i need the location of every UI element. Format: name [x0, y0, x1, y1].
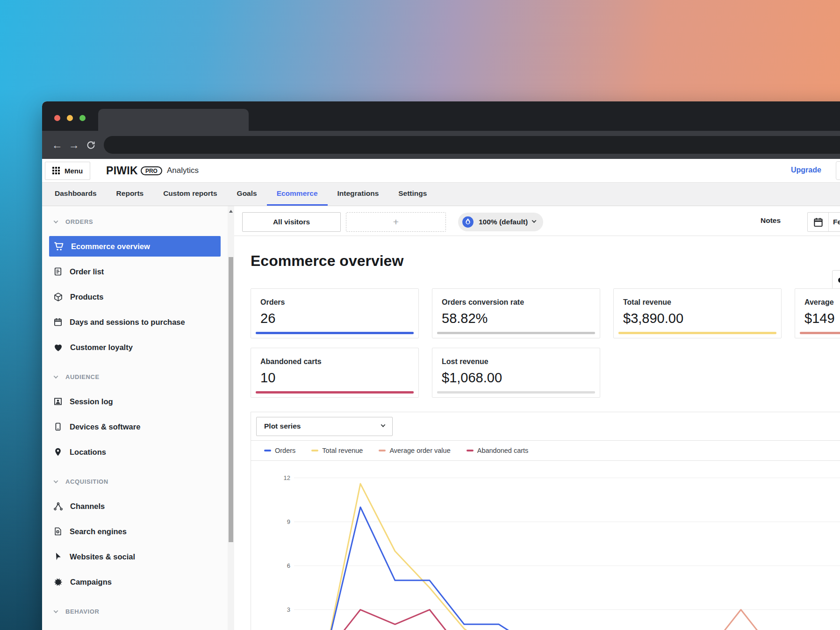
segment-all-visitors-button[interactable]: All visitors	[242, 212, 341, 232]
tab-bar: DashboardsReportsCustom reportsGoalsEcom…	[42, 183, 840, 206]
metric-label: Orders	[260, 298, 418, 307]
sidebar-item-devices-software[interactable]: Devices & software	[49, 416, 221, 437]
series-line-total-revenue	[326, 484, 840, 630]
device-icon	[53, 422, 63, 431]
tab-settings[interactable]: Settings	[388, 183, 437, 206]
browser-window: ← → Menu PIWIK PRO Analytics Upgrade Das…	[42, 101, 840, 630]
cursor-icon	[53, 552, 63, 561]
metric-accent-bar	[437, 332, 595, 334]
sidebar-item-label: Websites & social	[70, 552, 135, 561]
campaign-burst-icon	[53, 577, 63, 587]
reload-button[interactable]	[82, 136, 99, 153]
browser-tab[interactable]	[98, 109, 249, 131]
trend-chart-svg: 12963	[251, 461, 840, 630]
url-bar[interactable]	[104, 136, 840, 154]
sidebar-item-session-log[interactable]: Session log	[49, 391, 221, 412]
calendar-icon	[53, 317, 63, 327]
browser-navbar: ← →	[42, 131, 840, 159]
metric-label: Lost revenue	[442, 358, 600, 366]
sidebar-item-days-and-sessions-to-purchase[interactable]: Days and sessions to purchase	[49, 312, 221, 332]
metric-card-total-revenue: Total revenue$3,890.00	[613, 288, 782, 338]
sidebar-item-locations[interactable]: Locations	[49, 442, 221, 462]
add-segment-button[interactable]: +	[346, 212, 446, 232]
sidebar-item-search-engines[interactable]: Search engines	[49, 521, 221, 542]
menu-button-label: Menu	[65, 167, 83, 175]
tab-custom-reports[interactable]: Custom reports	[153, 183, 227, 206]
legend-swatch	[311, 450, 318, 451]
legend-label: Orders	[275, 447, 295, 454]
tab-ecommerce[interactable]: Ecommerce	[267, 183, 328, 206]
metric-label: Average	[804, 298, 840, 307]
chevron-down-icon	[54, 479, 58, 483]
minimize-button[interactable]	[67, 115, 73, 121]
metric-accent-bar	[437, 391, 595, 394]
sidebar-section-title: ORDERS	[65, 218, 93, 225]
scrollbar-thumb[interactable]	[229, 257, 233, 542]
sidebar-section-title: BEHAVIOR	[65, 608, 99, 615]
location-pin-icon	[53, 447, 63, 457]
metric-accent-bar	[256, 391, 414, 394]
menu-button[interactable]: Menu	[45, 162, 90, 180]
browser-titlebar	[42, 101, 840, 131]
forward-button[interactable]: →	[65, 136, 82, 153]
tab-integrations[interactable]: Integrations	[328, 183, 389, 206]
sidebar-item-products[interactable]: Products	[49, 286, 221, 307]
metric-cards-row-2: Abandoned carts10Lost revenue$1,068.00	[251, 348, 840, 398]
sidebar-item-customer-loyalty[interactable]: Customer loyalty	[49, 337, 221, 358]
sidebar-item-ecommerce-overview[interactable]: Ecommerce overview	[49, 236, 221, 257]
tab-dashboards[interactable]: Dashboards	[45, 183, 107, 206]
main-toolbar: All visitors + 100% (default) Notes	[234, 206, 840, 236]
droplet-icon	[462, 216, 474, 228]
content: Ecommerce overview Orders26Orders conver…	[234, 252, 840, 630]
brand-name: PIWIK	[106, 165, 138, 177]
legend-item-orders[interactable]: Orders	[264, 447, 295, 454]
plot-series-label: Plot series	[264, 422, 301, 430]
sidebar-section-orders[interactable]: ORDERS	[42, 215, 228, 229]
y-tick-label: 3	[287, 606, 290, 613]
sidebar-item-channels[interactable]: Channels	[49, 496, 221, 516]
legend-item-total-revenue[interactable]: Total revenue	[311, 447, 363, 454]
back-button[interactable]: ←	[49, 136, 65, 153]
series-line-abandoned-carts	[326, 610, 840, 630]
close-button[interactable]	[54, 115, 60, 121]
y-tick-label: 12	[284, 474, 290, 481]
zoom-button[interactable]	[79, 115, 86, 121]
legend-item-average-order-value[interactable]: Average order value	[379, 447, 450, 454]
sidebar-item-label: Products	[70, 293, 104, 301]
sidebar-scrollbar[interactable]	[228, 206, 234, 630]
tab-reports[interactable]: Reports	[107, 183, 154, 206]
sidebar-section-audience[interactable]: AUDIENCE	[42, 370, 228, 384]
tab-goals[interactable]: Goals	[227, 183, 267, 206]
header-cut-button[interactable]	[836, 161, 840, 180]
metric-accent-bar	[618, 332, 776, 334]
chart-area[interactable]: 12963	[251, 461, 840, 630]
date-range-button[interactable]: Fe	[807, 212, 840, 232]
sidebar-item-campaigns[interactable]: Campaigns	[49, 572, 221, 592]
upgrade-link[interactable]: Upgrade	[791, 166, 821, 174]
legend-item-abandoned-carts[interactable]: Abandoned carts	[467, 447, 529, 454]
sidebar-section-title: AUDIENCE	[65, 373, 100, 380]
app-body: ORDERSEcommerce overviewOrder listProduc…	[42, 206, 840, 630]
more-options-button[interactable]	[832, 270, 840, 290]
metric-value: $3,890.00	[623, 311, 781, 326]
scroll-up-icon[interactable]	[229, 210, 233, 213]
metric-card-average: Average$149	[795, 288, 840, 338]
chart-legend: OrdersTotal revenueAverage order valueAb…	[251, 441, 840, 461]
sidebar-section-title: ACQUISITION	[65, 478, 108, 485]
notes-button[interactable]: Notes	[761, 216, 781, 225]
sidebar-item-label: Customer loyalty	[70, 343, 133, 352]
sidebar-item-label: Session log	[70, 397, 113, 406]
sidebar-section-behavior[interactable]: BEHAVIOR	[42, 604, 228, 618]
search-doc-icon	[53, 527, 63, 536]
circle-icon	[838, 278, 840, 283]
sidebar-section-acquisition[interactable]: ACQUISITION	[42, 474, 228, 488]
sidebar-item-order-list[interactable]: Order list	[49, 261, 221, 282]
sample-rate-dropdown[interactable]: 100% (default)	[458, 213, 543, 231]
sidebar-item-label: Devices & software	[70, 422, 140, 431]
sidebar: ORDERSEcommerce overviewOrder listProduc…	[42, 206, 228, 630]
series-line-orders	[326, 507, 840, 630]
sidebar-item-websites-social[interactable]: Websites & social	[49, 546, 221, 567]
chevron-down-icon	[532, 218, 537, 223]
plot-series-select[interactable]: Plot series	[256, 417, 393, 436]
metric-accent-bar	[800, 332, 840, 334]
